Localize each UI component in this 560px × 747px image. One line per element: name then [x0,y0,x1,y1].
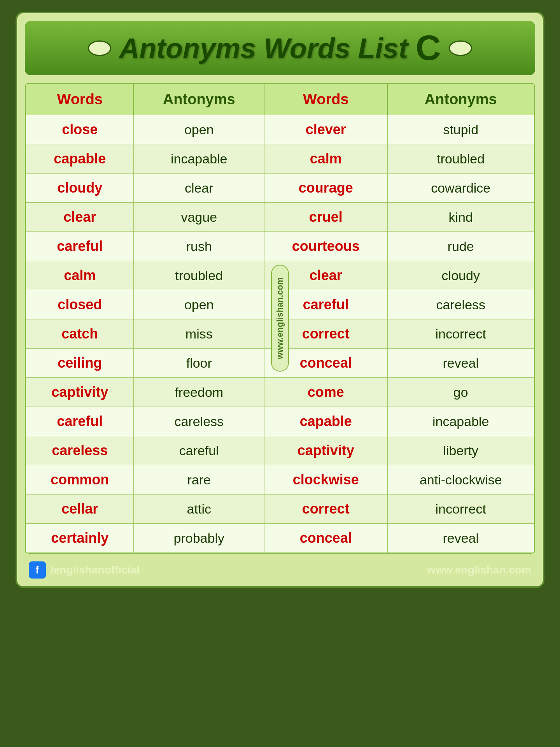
table-row: carelesscarefulcaptivityliberty [26,436,534,465]
word-cell-14-2: conceal [264,524,387,553]
word-cell-5-2: clear [264,261,387,290]
word-cell-9-2: come [264,378,387,407]
social-handle: /englishanofficial [51,564,140,576]
title-bar: Antonyms Words List C [25,21,535,75]
word-cell-5-0: calm [26,261,134,290]
antonym-cell-13-1: attic [134,494,264,524]
table-row: clearvaguecruelkind [26,203,534,232]
table-row: carefulrushcourteousrude [26,232,534,261]
title-letter: C [416,28,441,68]
antonym-cell-5-3: cloudy [387,261,534,290]
word-cell-4-2: courteous [264,232,387,261]
header-words-2: Words [264,84,387,115]
table-row: capableincapablecalmtroubled [26,144,534,174]
word-cell-7-2: correct [264,319,387,349]
antonym-cell-6-1: open [134,290,264,319]
main-container: Antonyms Words List C www.englishan.com … [16,12,544,588]
word-cell-14-0: certainly [26,524,134,553]
antonym-cell-4-3: rude [387,232,534,261]
antonym-cell-2-3: cowardice [387,174,534,203]
footer-website: www.englishan.com [427,564,531,576]
word-cell-11-2: captivity [264,436,387,465]
word-cell-8-0: ceiling [26,349,134,378]
table-row: cellaratticcorrectincorrect [26,494,534,524]
antonym-cell-8-1: floor [134,349,264,378]
word-cell-0-2: clever [264,115,387,144]
antonym-cell-9-1: freedom [134,378,264,407]
table-row: calmtroubledclearcloudy [26,261,534,290]
table-row: ceilingfloorconcealreveal [26,349,534,378]
antonym-cell-12-1: rare [134,465,264,494]
antonym-cell-9-3: go [387,378,534,407]
facebook-icon: f [29,561,46,579]
table-wrapper: www.englishan.com Words Antonyms Words A… [25,83,535,554]
table-row: closedopencarefulcareless [26,290,534,319]
footer-social: f /englishanofficial [29,561,140,579]
antonym-cell-10-1: careless [134,407,264,436]
antonym-cell-4-1: rush [134,232,264,261]
word-cell-2-0: cloudy [26,174,134,203]
antonym-cell-14-3: reveal [387,524,534,553]
word-cell-10-2: capable [264,407,387,436]
antonym-cell-14-1: probably [134,524,264,553]
antonym-cell-8-3: reveal [387,349,534,378]
word-cell-10-0: careful [26,407,134,436]
word-cell-1-2: calm [264,144,387,174]
table-row: certainlyprobablyconcealreveal [26,524,534,553]
title-text: Antonyms Words List [119,32,408,64]
antonym-cell-2-1: clear [134,174,264,203]
table-row: commonrareclockwiseanti-clockwise [26,465,534,494]
table-row: carefulcarelesscapableincapable [26,407,534,436]
word-cell-6-0: closed [26,290,134,319]
antonym-cell-3-1: vague [134,203,264,232]
antonym-cell-7-1: miss [134,319,264,349]
word-cell-2-2: courage [264,174,387,203]
word-cell-1-0: capable [26,144,134,174]
antonym-cell-11-1: careful [134,436,264,465]
footer: f /englishanofficial www.englishan.com [25,561,535,579]
antonym-cell-11-3: liberty [387,436,534,465]
antonym-cell-0-1: open [134,115,264,144]
antonym-cell-1-1: incapable [134,144,264,174]
title-oval-left [88,40,111,56]
word-cell-12-0: common [26,465,134,494]
word-cell-3-2: cruel [264,203,387,232]
word-cell-3-0: clear [26,203,134,232]
antonym-cell-1-3: troubled [387,144,534,174]
word-cell-8-2: conceal [264,349,387,378]
antonym-cell-5-1: troubled [134,261,264,290]
word-cell-6-2: careful [264,290,387,319]
word-cell-13-2: correct [264,494,387,524]
header-antonyms-2: Antonyms [387,84,534,115]
title-oval-right [449,40,472,56]
antonym-cell-3-3: kind [387,203,534,232]
word-cell-7-0: catch [26,319,134,349]
table-row: captivityfreedomcomego [26,378,534,407]
antonym-cell-7-3: incorrect [387,319,534,349]
table-row: catchmisscorrectincorrect [26,319,534,349]
word-cell-13-0: cellar [26,494,134,524]
antonym-cell-6-3: careless [387,290,534,319]
antonyms-table: Words Antonyms Words Antonyms closeopenc… [26,84,534,553]
word-cell-11-0: careless [26,436,134,465]
header-antonyms-1: Antonyms [134,84,264,115]
word-cell-4-0: careful [26,232,134,261]
antonym-cell-0-3: stupid [387,115,534,144]
word-cell-12-2: clockwise [264,465,387,494]
antonym-cell-12-3: anti-clockwise [387,465,534,494]
antonym-cell-13-3: incorrect [387,494,534,524]
table-header-row: Words Antonyms Words Antonyms [26,84,534,115]
word-cell-0-0: close [26,115,134,144]
table-row: closeopencleverstupid [26,115,534,144]
header-words-1: Words [26,84,134,115]
word-cell-9-0: captivity [26,378,134,407]
antonym-cell-10-3: incapable [387,407,534,436]
table-row: cloudyclearcouragecowardice [26,174,534,203]
